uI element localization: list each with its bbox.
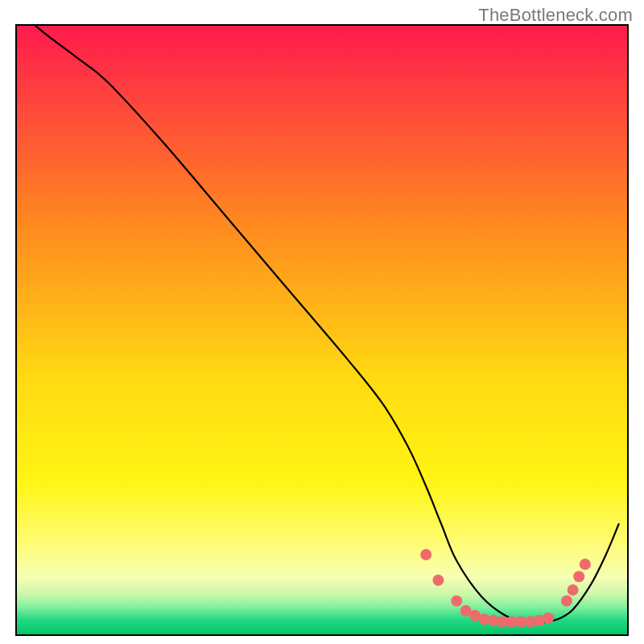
chart-svg [0,0,644,644]
marker-dot [580,559,591,570]
marker-dot [543,613,554,624]
marker-dot [573,571,584,582]
marker-dot [568,584,579,596]
marker-dot [432,575,444,586]
marker-dot [420,549,431,560]
marker-dot [451,596,462,607]
marker-dot [561,596,572,607]
chart-root: TheBottleneck.com [0,0,644,644]
